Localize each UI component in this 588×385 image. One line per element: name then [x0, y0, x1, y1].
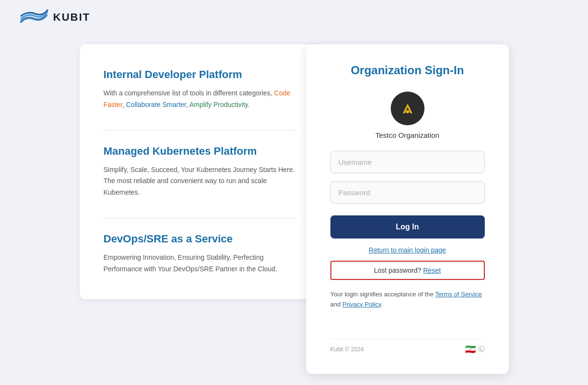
org-logo-svg — [396, 96, 420, 120]
footer-flags: 🇮🇷 Ⓛ — [465, 344, 485, 355]
brand-name: KUBIT — [53, 11, 90, 24]
username-input[interactable] — [330, 151, 485, 173]
login-button[interactable]: Log In — [330, 215, 485, 239]
feature-devops-desc: Empowering Innovation, Ensuring Stabilit… — [104, 252, 297, 275]
divider-2 — [104, 218, 297, 218]
privacy-policy-link[interactable]: Privacy Policy — [342, 301, 381, 308]
feature-idp-title: Internal Developer Platform — [104, 68, 297, 81]
feature-devops: DevOps/SRE as a Service Empowering Innov… — [104, 233, 297, 275]
feature-k8s: Managed Kubernetes Platform Simplify, Sc… — [104, 145, 297, 199]
terms-text: Your login signifies acceptance of the T… — [330, 290, 485, 310]
logo-container: KUBIT — [19, 9, 90, 26]
return-link[interactable]: Return to main login page — [330, 246, 485, 254]
main-content: Internal Developer Platform With a compr… — [0, 35, 588, 385]
feature-k8s-title: Managed Kubernetes Platform — [104, 145, 297, 158]
top-bar: KUBIT — [0, 0, 588, 35]
feature-devops-title: DevOps/SRE as a Service — [104, 233, 297, 245]
org-avatar-container: Testco Organization — [330, 92, 485, 139]
feature-idp: Internal Developer Platform With a compr… — [104, 68, 297, 111]
kubit-logo-icon — [19, 9, 48, 26]
feature-idp-desc: With a comprehensive list of tools in di… — [104, 88, 297, 111]
terms-prefix: Your login signifies acceptance of the — [330, 291, 434, 298]
lost-password-text: Lost password? — [374, 266, 421, 274]
svg-point-3 — [406, 110, 409, 113]
left-panel: Internal Developer Platform With a compr… — [80, 44, 321, 299]
footer-copyright: Kubit © 2024 — [330, 346, 364, 353]
right-panel: Organization Sign-In Testco Organization — [306, 44, 509, 374]
password-input[interactable] — [330, 181, 485, 204]
feature-k8s-desc: Simplify, Scale, Succeed, Your Kubernete… — [104, 164, 297, 199]
highlight-collaborate: Collaborate Smarter — [126, 101, 186, 108]
terms-and: and — [330, 301, 341, 308]
username-group — [330, 151, 485, 173]
divider-1 — [104, 130, 297, 131]
reset-link[interactable]: Reset — [423, 266, 441, 274]
highlight-amplify: Amplify Productivity — [190, 101, 248, 108]
signin-title: Organization Sign-In — [330, 64, 485, 77]
panel-footer: Kubit © 2024 🇮🇷 Ⓛ — [330, 339, 485, 355]
lost-password-box: Lost password? Reset — [330, 261, 485, 280]
terms-of-service-link[interactable]: Terms of Service — [435, 291, 482, 298]
flag-fa-icon[interactable]: 🇮🇷 — [465, 344, 476, 355]
org-name: Testco Organization — [375, 131, 439, 139]
password-group — [330, 181, 485, 204]
lang-toggle-icon: Ⓛ — [479, 345, 485, 354]
terms-period: . — [381, 301, 383, 308]
org-avatar — [391, 92, 424, 125]
